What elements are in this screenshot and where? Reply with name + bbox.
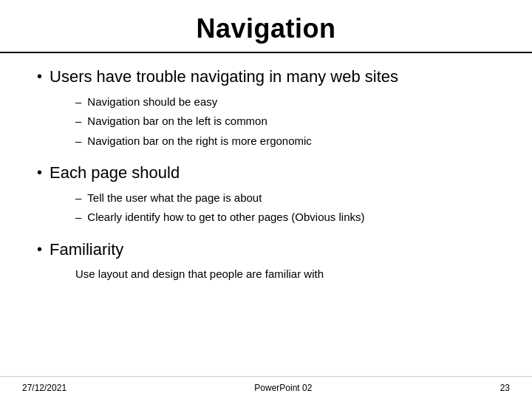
slide-content: • Users have trouble navigating in many … xyxy=(0,53,532,399)
bullet-section-1: • Users have trouble navigating in many … xyxy=(37,66,495,149)
sub-bullet-1-2: – Navigation bar on the left is common xyxy=(75,113,495,130)
sub-bullet-2-2: – Clearly identify how to get to other p… xyxy=(75,209,495,226)
slide-title: Navigation xyxy=(30,13,502,44)
sub-dash-2-1: – xyxy=(75,190,81,207)
sub-bullets-2: – Tell the user what the page is about –… xyxy=(37,190,495,226)
sub-bullet-1-3: – Navigation bar on the right is more er… xyxy=(75,133,495,150)
bullet-text-3: Familiarity xyxy=(50,239,123,261)
bullet-section-3: • Familiarity Use layout and design that… xyxy=(37,239,495,283)
sub-bullet-1-1: – Navigation should be easy xyxy=(75,94,495,111)
sub-text-2-1: Tell the user what the page is about xyxy=(87,190,262,207)
bullet-text-2: Each page should xyxy=(50,163,180,184)
bullet-dot-2: • xyxy=(37,163,42,182)
bullet-dot-1: • xyxy=(37,66,42,86)
sub-dash-1-2: – xyxy=(75,113,81,130)
sub-text-1-1: Navigation should be easy xyxy=(87,94,217,111)
footer-date: 27/12/2021 xyxy=(22,383,66,393)
sub-text-1-2: Navigation bar on the left is common xyxy=(87,113,267,130)
slide: Navigation • Users have trouble navigati… xyxy=(0,0,532,399)
footer-title: PowerPoint 02 xyxy=(254,383,312,393)
sub-bullet-2-1: – Tell the user what the page is about xyxy=(75,190,495,207)
sub-text-1-3: Navigation bar on the right is more ergo… xyxy=(87,133,312,150)
bullet-main-3: • Familiarity xyxy=(37,239,495,261)
familiarity-body: Use layout and design that people are fa… xyxy=(75,267,324,280)
slide-header: Navigation xyxy=(0,0,532,53)
sub-bullets-1: – Navigation should be easy – Navigation… xyxy=(37,94,495,150)
sub-dash-2-2: – xyxy=(75,209,81,226)
footer-page-number: 23 xyxy=(500,383,510,393)
familiarity-indent: Use layout and design that people are fa… xyxy=(37,266,495,283)
bullet-section-2: • Each page should – Tell the user what … xyxy=(37,163,495,226)
bullet-text-1: Users have trouble navigating in many we… xyxy=(50,66,398,88)
bullet-main-1: • Users have trouble navigating in many … xyxy=(37,66,495,88)
sub-text-2-2: Clearly identify how to get to other pag… xyxy=(87,209,364,226)
sub-dash-1-1: – xyxy=(75,94,81,111)
bullet-dot-3: • xyxy=(37,239,42,259)
slide-footer: 27/12/2021 PowerPoint 02 23 xyxy=(0,376,532,399)
sub-dash-1-3: – xyxy=(75,133,81,150)
bullet-main-2: • Each page should xyxy=(37,163,495,184)
